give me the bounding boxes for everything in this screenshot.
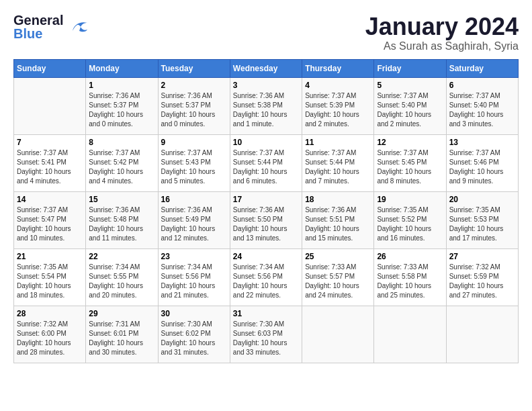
day-number: 10	[233, 138, 299, 147]
calendar-cell	[302, 306, 374, 363]
calendar-cell: 20Sunrise: 7:35 AM Sunset: 5:53 PM Dayli…	[446, 191, 518, 248]
day-number: 5	[377, 81, 443, 90]
day-number: 1	[89, 81, 154, 90]
header-row: Sunday Monday Tuesday Wednesday Thursday…	[14, 59, 519, 77]
day-number: 14	[17, 195, 83, 204]
day-info: Sunrise: 7:31 AM Sunset: 6:01 PM Dayligh…	[89, 320, 154, 357]
calendar-cell: 7Sunrise: 7:37 AM Sunset: 5:41 PM Daylig…	[14, 134, 86, 191]
calendar-cell	[446, 306, 518, 363]
calendar-cell: 18Sunrise: 7:36 AM Sunset: 5:51 PM Dayli…	[302, 191, 374, 248]
day-info: Sunrise: 7:37 AM Sunset: 5:44 PM Dayligh…	[233, 148, 299, 186]
day-info: Sunrise: 7:35 AM Sunset: 5:54 PM Dayligh…	[17, 263, 83, 300]
day-info: Sunrise: 7:32 AM Sunset: 5:59 PM Dayligh…	[449, 263, 515, 300]
day-info: Sunrise: 7:30 AM Sunset: 6:02 PM Dayligh…	[161, 320, 227, 357]
calendar-week-row: 14Sunrise: 7:37 AM Sunset: 5:47 PM Dayli…	[14, 191, 519, 248]
day-info: Sunrise: 7:36 AM Sunset: 5:38 PM Dayligh…	[233, 91, 299, 129]
col-monday: Monday	[86, 59, 158, 77]
day-info: Sunrise: 7:34 AM Sunset: 5:56 PM Dayligh…	[161, 263, 227, 300]
calendar-table: Sunday Monday Tuesday Wednesday Thursday…	[13, 59, 519, 363]
day-number: 20	[449, 195, 515, 204]
day-info: Sunrise: 7:36 AM Sunset: 5:37 PM Dayligh…	[161, 91, 227, 129]
col-friday: Friday	[374, 59, 446, 77]
calendar-cell: 3Sunrise: 7:36 AM Sunset: 5:38 PM Daylig…	[230, 77, 302, 134]
calendar-cell: 28Sunrise: 7:32 AM Sunset: 6:00 PM Dayli…	[14, 306, 86, 363]
logo: General Blue	[13, 13, 89, 40]
day-number: 25	[305, 252, 371, 261]
calendar-cell: 24Sunrise: 7:34 AM Sunset: 5:56 PM Dayli…	[230, 248, 302, 306]
day-info: Sunrise: 7:37 AM Sunset: 5:43 PM Dayligh…	[161, 148, 227, 186]
calendar-header: Sunday Monday Tuesday Wednesday Thursday…	[14, 59, 519, 77]
day-number: 15	[89, 195, 154, 204]
calendar-cell: 1Sunrise: 7:36 AM Sunset: 5:37 PM Daylig…	[86, 77, 158, 134]
day-info: Sunrise: 7:37 AM Sunset: 5:39 PM Dayligh…	[305, 91, 371, 129]
day-info: Sunrise: 7:34 AM Sunset: 5:56 PM Dayligh…	[233, 263, 299, 300]
day-info: Sunrise: 7:36 AM Sunset: 5:50 PM Dayligh…	[233, 205, 299, 243]
day-number: 17	[233, 195, 299, 204]
day-number: 26	[377, 252, 443, 261]
calendar-cell: 17Sunrise: 7:36 AM Sunset: 5:50 PM Dayli…	[230, 191, 302, 248]
day-number: 12	[377, 138, 443, 147]
calendar-cell: 31Sunrise: 7:30 AM Sunset: 6:03 PM Dayli…	[230, 306, 302, 363]
day-info: Sunrise: 7:37 AM Sunset: 5:46 PM Dayligh…	[449, 148, 515, 186]
calendar-cell: 19Sunrise: 7:35 AM Sunset: 5:52 PM Dayli…	[374, 191, 446, 248]
calendar-cell: 4Sunrise: 7:37 AM Sunset: 5:39 PM Daylig…	[302, 77, 374, 134]
calendar-cell: 27Sunrise: 7:32 AM Sunset: 5:59 PM Dayli…	[446, 248, 518, 306]
day-info: Sunrise: 7:37 AM Sunset: 5:44 PM Dayligh…	[305, 148, 371, 186]
day-info: Sunrise: 7:36 AM Sunset: 5:48 PM Dayligh…	[89, 205, 154, 243]
calendar-cell: 14Sunrise: 7:37 AM Sunset: 5:47 PM Dayli…	[14, 191, 86, 248]
day-info: Sunrise: 7:37 AM Sunset: 5:41 PM Dayligh…	[17, 148, 83, 186]
calendar-cell: 25Sunrise: 7:33 AM Sunset: 5:57 PM Dayli…	[302, 248, 374, 306]
day-number: 8	[89, 138, 154, 147]
calendar-cell: 26Sunrise: 7:33 AM Sunset: 5:58 PM Dayli…	[374, 248, 446, 306]
day-number: 27	[449, 252, 515, 261]
day-info: Sunrise: 7:36 AM Sunset: 5:51 PM Dayligh…	[305, 205, 371, 243]
calendar-cell: 9Sunrise: 7:37 AM Sunset: 5:43 PM Daylig…	[158, 134, 230, 191]
calendar-cell: 11Sunrise: 7:37 AM Sunset: 5:44 PM Dayli…	[302, 134, 374, 191]
day-info: Sunrise: 7:35 AM Sunset: 5:53 PM Dayligh…	[449, 205, 515, 243]
calendar-cell: 5Sunrise: 7:37 AM Sunset: 5:40 PM Daylig…	[374, 77, 446, 134]
col-saturday: Saturday	[446, 59, 518, 77]
logo-general: General	[13, 13, 63, 27]
col-tuesday: Tuesday	[158, 59, 230, 77]
calendar-cell: 2Sunrise: 7:36 AM Sunset: 5:37 PM Daylig…	[158, 77, 230, 134]
calendar-cell: 6Sunrise: 7:37 AM Sunset: 5:40 PM Daylig…	[446, 77, 518, 134]
day-number: 9	[161, 138, 227, 147]
col-wednesday: Wednesday	[230, 59, 302, 77]
day-info: Sunrise: 7:32 AM Sunset: 6:00 PM Dayligh…	[17, 320, 83, 357]
calendar-cell: 22Sunrise: 7:34 AM Sunset: 5:55 PM Dayli…	[86, 248, 158, 306]
day-info: Sunrise: 7:37 AM Sunset: 5:45 PM Dayligh…	[377, 148, 443, 186]
calendar-cell: 29Sunrise: 7:31 AM Sunset: 6:01 PM Dayli…	[86, 306, 158, 363]
calendar-cell	[14, 77, 86, 134]
day-info: Sunrise: 7:37 AM Sunset: 5:40 PM Dayligh…	[377, 91, 443, 129]
logo-blue: Blue	[13, 27, 63, 40]
day-number: 2	[161, 81, 227, 90]
calendar-cell: 13Sunrise: 7:37 AM Sunset: 5:46 PM Dayli…	[446, 134, 518, 191]
day-number: 13	[449, 138, 515, 147]
col-sunday: Sunday	[14, 59, 86, 77]
calendar-week-row: 1Sunrise: 7:36 AM Sunset: 5:37 PM Daylig…	[14, 77, 519, 134]
calendar-week-row: 7Sunrise: 7:37 AM Sunset: 5:41 PM Daylig…	[14, 134, 519, 191]
calendar-week-row: 21Sunrise: 7:35 AM Sunset: 5:54 PM Dayli…	[14, 248, 519, 306]
day-number: 24	[233, 252, 299, 261]
day-number: 6	[449, 81, 515, 90]
day-info: Sunrise: 7:37 AM Sunset: 5:42 PM Dayligh…	[89, 148, 154, 186]
page-header: General Blue January 2024 As Surah as Sa…	[13, 13, 519, 52]
day-number: 18	[305, 195, 371, 204]
location-subtitle: As Surah as Saghirah, Syria	[365, 40, 519, 52]
day-number: 3	[233, 81, 299, 90]
month-title: January 2024	[365, 13, 519, 40]
calendar-cell: 10Sunrise: 7:37 AM Sunset: 5:44 PM Dayli…	[230, 134, 302, 191]
day-number: 16	[161, 195, 227, 204]
day-info: Sunrise: 7:35 AM Sunset: 5:52 PM Dayligh…	[377, 205, 443, 243]
day-number: 21	[17, 252, 83, 261]
day-info: Sunrise: 7:34 AM Sunset: 5:55 PM Dayligh…	[89, 263, 154, 300]
day-number: 30	[161, 309, 227, 318]
calendar-week-row: 28Sunrise: 7:32 AM Sunset: 6:00 PM Dayli…	[14, 306, 519, 363]
day-number: 23	[161, 252, 227, 261]
col-thursday: Thursday	[302, 59, 374, 77]
day-number: 4	[305, 81, 371, 90]
calendar-cell: 21Sunrise: 7:35 AM Sunset: 5:54 PM Dayli…	[14, 248, 86, 306]
logo-bird-icon	[67, 17, 89, 36]
day-number: 28	[17, 309, 83, 318]
day-number: 7	[17, 138, 83, 147]
